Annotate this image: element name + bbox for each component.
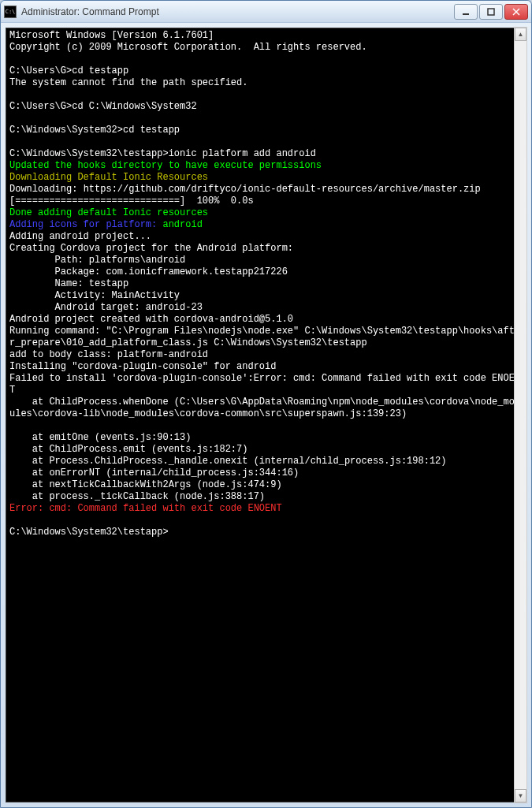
terminal-line: Activity: MainActivity — [9, 290, 523, 302]
terminal-line — [9, 89, 523, 101]
scrollbar[interactable]: ▲ ▼ — [514, 27, 527, 803]
terminal-line: Downloading: https://github.com/driftyco… — [9, 184, 523, 195]
terminal-line: at emitOne (events.js:90:13) — [9, 432, 523, 444]
terminal-line: C:\Windows\System32\testapp>ionic platfo… — [9, 148, 523, 160]
terminal-line: Updated the hooks directory to have exec… — [9, 160, 523, 172]
terminal-line: Adding android project... — [9, 231, 523, 243]
scroll-down-button[interactable]: ▼ — [515, 789, 526, 802]
terminal-line: Failed to install 'cordova-plugin-consol… — [9, 373, 523, 397]
terminal-line: Package: com.ionicframework.testapp21722… — [9, 266, 523, 278]
close-button[interactable] — [504, 4, 528, 20]
terminal-line: at ChildProcess.emit (events.js:182:7) — [9, 444, 523, 456]
terminal-line: at ChildProcess.whenDone (C:\Users\G\App… — [9, 397, 523, 420]
titlebar[interactable]: Administrator: Command Prompt — [1, 1, 531, 23]
terminal-line: add to body class: platform-android — [9, 349, 523, 361]
minimize-icon — [462, 8, 470, 16]
terminal-line: Done adding default Ionic resources — [9, 207, 523, 219]
cmd-icon — [4, 6, 17, 18]
terminal-line: Adding icons for platform: android — [9, 219, 523, 231]
terminal-line: at onErrorNT (internal/child_process.js:… — [9, 467, 523, 479]
terminal-line — [9, 136, 523, 148]
close-icon — [512, 8, 520, 16]
terminal-line: Microsoft Windows [Version 6.1.7601] — [9, 30, 523, 42]
terminal-line: Error: cmd: Command failed with exit cod… — [9, 503, 523, 515]
terminal-line — [9, 54, 523, 65]
terminal-line: Downloading Default Ionic Resources — [9, 172, 523, 184]
terminal-line: Android project created with cordova-and… — [9, 314, 523, 326]
svg-rect-1 — [488, 9, 494, 15]
terminal-line: at nextTickCallbackWith2Args (node.js:47… — [9, 479, 523, 491]
terminal-line: Installing "cordova-plugin-console" for … — [9, 361, 523, 373]
terminal-line: Path: platforms\android — [9, 255, 523, 266]
terminal-line — [9, 113, 523, 125]
maximize-button[interactable] — [479, 4, 503, 20]
terminal-line — [9, 420, 523, 432]
terminal-line: Running command: "C:\Program Files\nodej… — [9, 326, 523, 349]
window-title: Administrator: Command Prompt — [21, 6, 452, 17]
terminal-line: [=============================] 100% 0.0… — [9, 195, 523, 207]
maximize-icon — [487, 8, 495, 16]
terminal-line: at Process.ChildProcess._handle.onexit (… — [9, 456, 523, 467]
terminal-line — [9, 515, 523, 527]
terminal-line: Creating Cordova project for the Android… — [9, 243, 523, 255]
window-controls — [452, 4, 528, 20]
terminal-output[interactable]: Microsoft Windows [Version 6.1.7601]Copy… — [6, 28, 526, 802]
terminal-line: C:\Windows\System32\testapp> — [9, 527, 523, 538]
terminal-line: C:\Users\G>cd C:\Windows\System32 — [9, 101, 523, 113]
scroll-up-button[interactable]: ▲ — [515, 28, 526, 41]
terminal-line: C:\Windows\System32>cd testapp — [9, 125, 523, 136]
terminal-line: at process._tickCallback (node.js:388:17… — [9, 491, 523, 503]
terminal-line: Name: testapp — [9, 278, 523, 290]
terminal-line: Copyright (c) 2009 Microsoft Corporation… — [9, 42, 523, 54]
terminal-line: C:\Users\G>cd testapp — [9, 65, 523, 77]
terminal-line: The system cannot find the path specifie… — [9, 77, 523, 89]
terminal-line: Android target: android-23 — [9, 302, 523, 314]
command-prompt-window: Administrator: Command Prompt Microsoft … — [0, 0, 532, 808]
minimize-button[interactable] — [454, 4, 478, 20]
